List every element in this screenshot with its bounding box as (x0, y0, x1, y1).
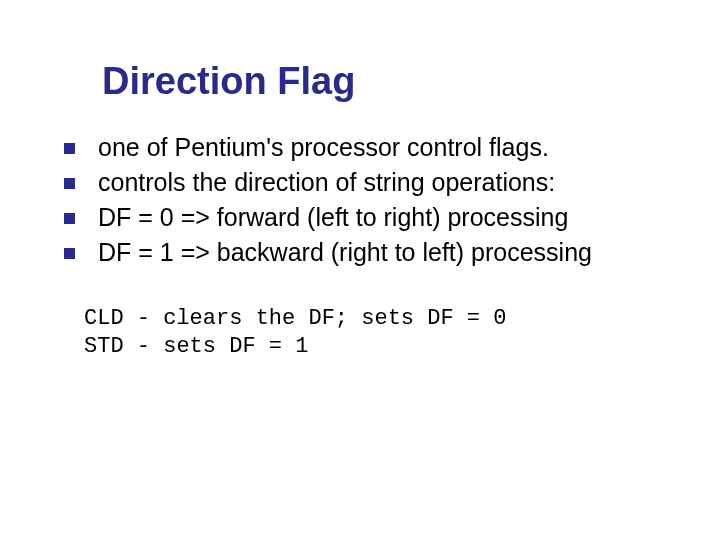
bullet-list: one of Pentium's processor control flags… (64, 131, 690, 269)
bullet-text: DF = 0 => forward (left to right) proces… (98, 203, 568, 231)
bullet-text: DF = 1 => backward (right to left) proce… (98, 238, 592, 266)
list-item: one of Pentium's processor control flags… (64, 131, 690, 164)
list-item: DF = 0 => forward (left to right) proces… (64, 201, 690, 234)
bullet-square-icon (64, 143, 75, 154)
bullet-square-icon (64, 248, 75, 259)
list-item: DF = 1 => backward (right to left) proce… (64, 236, 690, 269)
slide-title: Direction Flag (102, 60, 690, 103)
code-block: CLD - clears the DF; sets DF = 0 STD - s… (84, 305, 690, 361)
list-item: controls the direction of string operati… (64, 166, 690, 199)
slide: Direction Flag one of Pentium's processo… (0, 0, 720, 540)
bullet-text: one of Pentium's processor control flags… (98, 133, 549, 161)
bullet-square-icon (64, 178, 75, 189)
bullet-square-icon (64, 213, 75, 224)
bullet-text: controls the direction of string operati… (98, 168, 555, 196)
